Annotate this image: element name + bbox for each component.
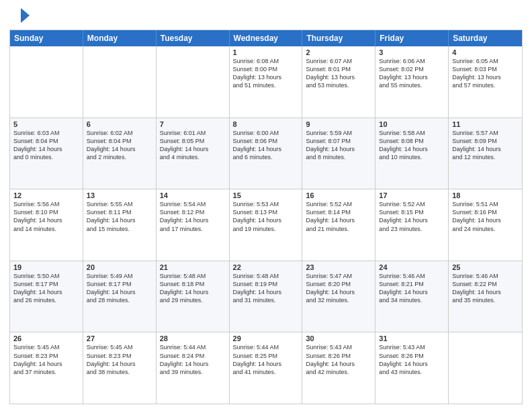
day-info: Sunrise: 5:54 AMSunset: 8:12 PMDaylight:… xyxy=(160,200,226,233)
day-number: 8 xyxy=(233,120,299,128)
day-info: Sunrise: 5:51 AMSunset: 8:16 PMDaylight:… xyxy=(452,200,519,233)
calendar-row-0: 1Sunrise: 6:08 AMSunset: 8:00 PMDaylight… xyxy=(10,46,522,118)
calendar-day-10: 10Sunrise: 5:58 AMSunset: 8:08 PMDayligh… xyxy=(375,118,449,189)
day-number: 2 xyxy=(306,48,371,56)
day-info: Sunrise: 5:49 AMSunset: 8:17 PMDaylight:… xyxy=(87,272,152,305)
calendar-day-26: 26Sunrise: 5:45 AMSunset: 8:23 PMDayligh… xyxy=(10,332,83,404)
day-number: 6 xyxy=(87,120,152,128)
calendar-body: 1Sunrise: 6:08 AMSunset: 8:00 PMDaylight… xyxy=(10,46,522,404)
calendar-day-30: 30Sunrise: 5:43 AMSunset: 8:26 PMDayligh… xyxy=(302,332,375,404)
day-number: 11 xyxy=(452,120,519,128)
day-info: Sunrise: 5:45 AMSunset: 8:23 PMDaylight:… xyxy=(87,343,152,376)
day-number: 26 xyxy=(13,334,79,342)
day-info: Sunrise: 5:52 AMSunset: 8:14 PMDaylight:… xyxy=(306,200,371,233)
calendar-empty-cell xyxy=(83,46,157,118)
day-number: 16 xyxy=(306,191,371,199)
calendar-empty-cell xyxy=(449,332,522,404)
calendar-day-22: 22Sunrise: 5:48 AMSunset: 8:19 PMDayligh… xyxy=(230,261,303,332)
day-info: Sunrise: 5:43 AMSunset: 8:26 PMDaylight:… xyxy=(379,343,445,376)
calendar-day-31: 31Sunrise: 5:43 AMSunset: 8:26 PMDayligh… xyxy=(375,332,449,404)
day-number: 13 xyxy=(87,191,152,199)
day-number: 15 xyxy=(233,191,299,199)
calendar-day-1: 1Sunrise: 6:08 AMSunset: 8:00 PMDaylight… xyxy=(230,46,303,118)
calendar-day-28: 28Sunrise: 5:44 AMSunset: 8:24 PMDayligh… xyxy=(157,332,230,404)
day-number: 28 xyxy=(160,334,226,342)
calendar-day-27: 27Sunrise: 5:45 AMSunset: 8:23 PMDayligh… xyxy=(83,332,157,404)
day-info: Sunrise: 5:44 AMSunset: 8:25 PMDaylight:… xyxy=(233,343,299,376)
day-of-week-friday: Friday xyxy=(375,30,449,46)
calendar-day-13: 13Sunrise: 5:55 AMSunset: 8:11 PMDayligh… xyxy=(83,189,157,261)
day-number: 22 xyxy=(233,263,299,271)
day-number: 12 xyxy=(13,191,79,199)
day-info: Sunrise: 5:43 AMSunset: 8:26 PMDaylight:… xyxy=(306,343,371,376)
calendar-day-11: 11Sunrise: 5:57 AMSunset: 8:09 PMDayligh… xyxy=(449,118,522,189)
calendar-day-12: 12Sunrise: 5:56 AMSunset: 8:10 PMDayligh… xyxy=(10,189,83,261)
calendar-day-4: 4Sunrise: 6:05 AMSunset: 8:03 PMDaylight… xyxy=(449,46,522,118)
logo-flag-icon xyxy=(12,7,30,24)
day-number: 9 xyxy=(306,120,371,128)
day-number: 20 xyxy=(87,263,152,271)
calendar-day-19: 19Sunrise: 5:50 AMSunset: 8:17 PMDayligh… xyxy=(10,261,83,332)
day-info: Sunrise: 6:02 AMSunset: 8:04 PMDaylight:… xyxy=(87,129,152,162)
calendar-day-29: 29Sunrise: 5:44 AMSunset: 8:25 PMDayligh… xyxy=(230,332,303,404)
day-number: 31 xyxy=(379,334,445,342)
calendar-row-3: 19Sunrise: 5:50 AMSunset: 8:17 PMDayligh… xyxy=(10,261,522,332)
calendar-row-1: 5Sunrise: 6:03 AMSunset: 8:04 PMDaylight… xyxy=(10,118,522,189)
day-number: 24 xyxy=(379,263,445,271)
day-info: Sunrise: 5:46 AMSunset: 8:22 PMDaylight:… xyxy=(452,272,519,305)
calendar-day-16: 16Sunrise: 5:52 AMSunset: 8:14 PMDayligh… xyxy=(302,189,375,261)
day-number: 3 xyxy=(379,48,445,56)
calendar-day-23: 23Sunrise: 5:47 AMSunset: 8:20 PMDayligh… xyxy=(302,261,375,332)
day-number: 14 xyxy=(160,191,226,199)
calendar-day-6: 6Sunrise: 6:02 AMSunset: 8:04 PMDaylight… xyxy=(83,118,157,189)
page: SundayMondayTuesdayWednesdayThursdayFrid… xyxy=(0,0,532,411)
day-info: Sunrise: 5:48 AMSunset: 8:19 PMDaylight:… xyxy=(233,272,299,305)
calendar-day-18: 18Sunrise: 5:51 AMSunset: 8:16 PMDayligh… xyxy=(449,189,522,261)
calendar-day-2: 2Sunrise: 6:07 AMSunset: 8:01 PMDaylight… xyxy=(302,46,375,118)
day-number: 19 xyxy=(13,263,79,271)
calendar-day-21: 21Sunrise: 5:48 AMSunset: 8:18 PMDayligh… xyxy=(157,261,230,332)
calendar-row-4: 26Sunrise: 5:45 AMSunset: 8:23 PMDayligh… xyxy=(10,332,522,404)
day-number: 4 xyxy=(452,48,519,56)
day-info: Sunrise: 6:00 AMSunset: 8:06 PMDaylight:… xyxy=(233,129,299,162)
day-info: Sunrise: 5:47 AMSunset: 8:20 PMDaylight:… xyxy=(306,272,371,305)
calendar-day-20: 20Sunrise: 5:49 AMSunset: 8:17 PMDayligh… xyxy=(83,261,157,332)
calendar-day-3: 3Sunrise: 6:06 AMSunset: 8:02 PMDaylight… xyxy=(375,46,449,118)
day-number: 30 xyxy=(306,334,371,342)
day-info: Sunrise: 5:52 AMSunset: 8:15 PMDaylight:… xyxy=(379,200,445,233)
day-info: Sunrise: 6:05 AMSunset: 8:03 PMDaylight:… xyxy=(452,57,519,90)
day-info: Sunrise: 6:06 AMSunset: 8:02 PMDaylight:… xyxy=(379,57,445,90)
day-number: 5 xyxy=(13,120,79,128)
logo xyxy=(9,7,30,24)
calendar-day-8: 8Sunrise: 6:00 AMSunset: 8:06 PMDaylight… xyxy=(230,118,303,189)
day-info: Sunrise: 5:44 AMSunset: 8:24 PMDaylight:… xyxy=(160,343,226,376)
day-of-week-tuesday: Tuesday xyxy=(157,30,230,46)
day-number: 29 xyxy=(233,334,299,342)
day-info: Sunrise: 5:57 AMSunset: 8:09 PMDaylight:… xyxy=(452,129,519,162)
calendar-day-9: 9Sunrise: 5:59 AMSunset: 8:07 PMDaylight… xyxy=(302,118,375,189)
day-number: 10 xyxy=(379,120,445,128)
day-of-week-saturday: Saturday xyxy=(449,30,522,46)
calendar-day-5: 5Sunrise: 6:03 AMSunset: 8:04 PMDaylight… xyxy=(10,118,83,189)
day-of-week-sunday: Sunday xyxy=(10,30,83,46)
day-info: Sunrise: 5:48 AMSunset: 8:18 PMDaylight:… xyxy=(160,272,226,305)
header xyxy=(9,7,523,24)
day-info: Sunrise: 6:07 AMSunset: 8:01 PMDaylight:… xyxy=(306,57,371,90)
day-number: 25 xyxy=(452,263,519,271)
day-of-week-wednesday: Wednesday xyxy=(230,30,303,46)
day-of-week-monday: Monday xyxy=(83,30,157,46)
day-info: Sunrise: 5:55 AMSunset: 8:11 PMDaylight:… xyxy=(87,200,152,233)
calendar-day-15: 15Sunrise: 5:53 AMSunset: 8:13 PMDayligh… xyxy=(230,189,303,261)
day-number: 27 xyxy=(87,334,152,342)
calendar-empty-cell xyxy=(157,46,230,118)
day-info: Sunrise: 5:45 AMSunset: 8:23 PMDaylight:… xyxy=(13,343,79,376)
day-info: Sunrise: 5:59 AMSunset: 8:07 PMDaylight:… xyxy=(306,129,371,162)
day-info: Sunrise: 6:08 AMSunset: 8:00 PMDaylight:… xyxy=(233,57,299,90)
day-info: Sunrise: 5:56 AMSunset: 8:10 PMDaylight:… xyxy=(13,200,79,233)
day-info: Sunrise: 5:53 AMSunset: 8:13 PMDaylight:… xyxy=(233,200,299,233)
calendar-day-14: 14Sunrise: 5:54 AMSunset: 8:12 PMDayligh… xyxy=(157,189,230,261)
calendar: SundayMondayTuesdayWednesdayThursdayFrid… xyxy=(9,30,523,404)
day-number: 21 xyxy=(160,263,226,271)
day-number: 7 xyxy=(160,120,226,128)
day-number: 1 xyxy=(233,48,299,56)
